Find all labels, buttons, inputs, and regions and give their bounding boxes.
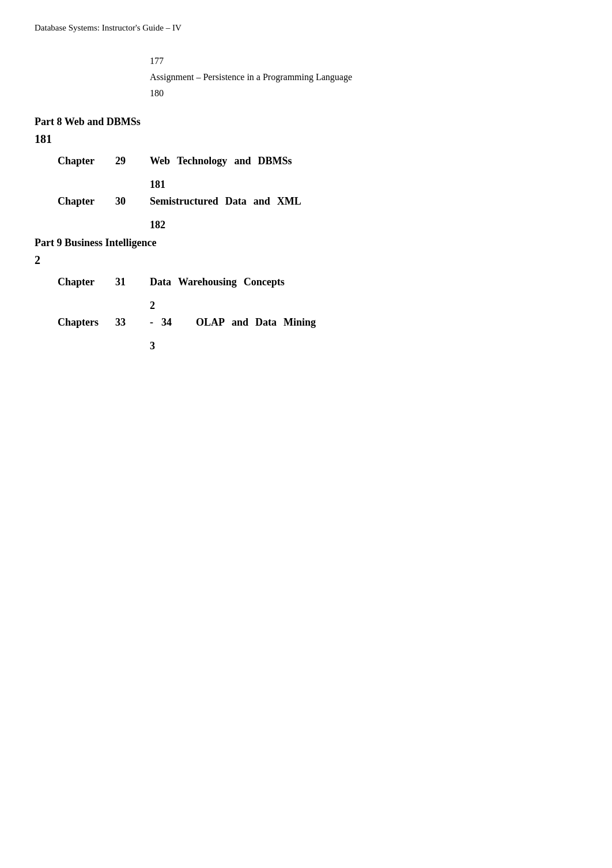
chapters-dash: - (150, 316, 161, 329)
chapter-30-subnum: 182 (150, 219, 577, 231)
part-8-number: 181 (35, 133, 577, 146)
chapter-29-dbmss: DBMSs (258, 155, 292, 167)
page-177-block: 177 Assignment – Persistence in a Progra… (35, 56, 577, 99)
part-9-number: 2 (35, 254, 577, 267)
chapter-30-xml: XML (277, 195, 301, 207)
chapters-and: and (232, 316, 248, 329)
assignment-text: Assignment – Persistence in a Programmin… (150, 72, 577, 82)
chapter-29-technology: Technology (177, 155, 227, 167)
chapter-30-row: Chapter 30 Semistructured Data and XML (35, 195, 577, 207)
chapters-33-34-subnum: 3 (150, 340, 577, 352)
chapters-olap: OLAP (196, 316, 225, 329)
chapter-31-concepts: Concepts (244, 276, 285, 288)
chapters-mining: Mining (284, 316, 316, 329)
header-text: Database Systems: Instructor's Guide – I… (35, 23, 577, 33)
chapter-31-row: Chapter 31 Data Warehousing Concepts (35, 276, 577, 288)
chapters-label: Chapters (58, 316, 115, 329)
chapter-31-num: 31 (115, 276, 150, 288)
chapter-29-titles: Web Technology and DBMSs (150, 155, 292, 167)
chapter-29-num: 29 (115, 155, 150, 167)
chapter-29-and: and (234, 155, 251, 167)
page-180: 180 (150, 88, 577, 99)
chapter-31-titles: Data Warehousing Concepts (150, 276, 285, 288)
chapter-29-subnum: 181 (150, 179, 577, 191)
chapter-30-titles: Semistructured Data and XML (150, 195, 301, 207)
chapters-34-num: 34 (161, 316, 196, 329)
part-9-heading: Part 9 Business Intelligence (35, 237, 577, 249)
header: Database Systems: Instructor's Guide – I… (35, 23, 577, 33)
chapter-30-num: 30 (115, 195, 150, 207)
chapter-31-data: Data (150, 276, 171, 288)
chapter-29-web: Web (150, 155, 170, 167)
chapter-31-warehousing: Warehousing (178, 276, 237, 288)
chapters-33-34-row: Chapters 33 - 34 OLAP and Data Mining (35, 316, 577, 329)
chapter-30-label: Chapter (58, 195, 115, 207)
chapter-29-label: Chapter (58, 155, 115, 167)
chapter-31-label: Chapter (58, 276, 115, 288)
chapters-data: Data (255, 316, 277, 329)
chapter-30-and: and (254, 195, 270, 207)
chapter-30-data: Data (225, 195, 247, 207)
chapters-33-num: 33 (115, 316, 150, 329)
chapter-29-row: Chapter 29 Web Technology and DBMSs (35, 155, 577, 167)
part-9-section: Part 9 Business Intelligence 2 Chapter 3… (35, 237, 577, 352)
chapters-33-34-titles: OLAP and Data Mining (196, 316, 316, 329)
part-8-heading: Part 8 Web and DBMSs (35, 116, 577, 128)
chapter-31-subnum: 2 (150, 300, 577, 312)
chapter-30-semistructured: Semistructured (150, 195, 218, 207)
part-8-section: Part 8 Web and DBMSs 181 Chapter 29 Web … (35, 116, 577, 231)
page-177: 177 (150, 56, 577, 66)
